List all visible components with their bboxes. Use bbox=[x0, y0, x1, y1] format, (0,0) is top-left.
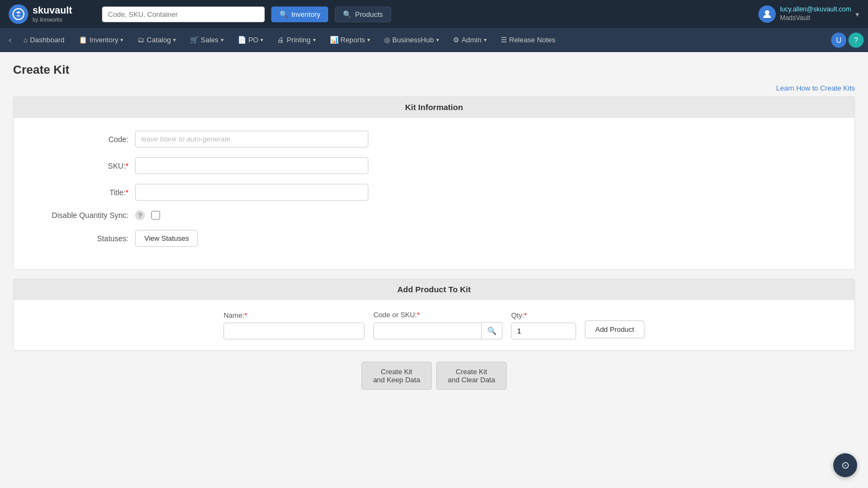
add-product-body: Name:* Code or SKU:* 🔍 bbox=[14, 300, 854, 350]
brand-sub: by linnworks bbox=[33, 17, 72, 23]
add-product-header: Add Product To Kit bbox=[14, 279, 854, 300]
logo-area: skuvault by linnworks bbox=[9, 4, 95, 24]
products-topnav-button[interactable]: 🔍 Products bbox=[335, 7, 391, 22]
add-product-panel: Add Product To Kit Name:* Code or SKU:* bbox=[13, 279, 855, 351]
svg-point-0 bbox=[13, 9, 24, 20]
code-sku-required-marker: * bbox=[417, 311, 419, 319]
sales-icon: 🛒 bbox=[190, 36, 199, 44]
code-search-group: 🔍 bbox=[373, 322, 502, 339]
sidebar-item-printing[interactable]: 🖨 Printing ▾ bbox=[271, 31, 322, 48]
inventory-icon: 📋 bbox=[79, 36, 87, 44]
inventory-topnav-button[interactable]: 🔍 Inventory bbox=[271, 7, 328, 22]
add-product-button[interactable]: Add Product bbox=[585, 320, 644, 338]
chevron-down-icon: ▾ bbox=[484, 37, 487, 43]
admin-icon: ⚙ bbox=[453, 36, 459, 44]
brand-name: skuvault bbox=[33, 5, 72, 17]
code-or-sku-input[interactable] bbox=[373, 323, 482, 339]
user-name: MadsVault bbox=[780, 14, 851, 23]
title-input[interactable] bbox=[135, 184, 368, 201]
disable-qty-sync-label: Disable Quantity Sync: bbox=[31, 211, 129, 220]
view-statuses-button[interactable]: View Statuses bbox=[135, 230, 198, 247]
inventory-search-icon: 🔍 bbox=[279, 10, 288, 18]
disable-qty-sync-help-icon: ? bbox=[135, 210, 145, 220]
disable-qty-sync-checkbox[interactable] bbox=[151, 211, 160, 220]
second-nav: ‹ ⌂ Dashboard 📋 Inventory ▾ 🗂 Catalog ▾ … bbox=[0, 28, 868, 52]
sidebar-item-catalog[interactable]: 🗂 Catalog ▾ bbox=[131, 31, 182, 48]
sidebar-item-businesshub[interactable]: ◎ BusinessHub ▾ bbox=[378, 31, 445, 48]
page-title: Create Kit bbox=[13, 63, 855, 77]
statuses-row: Statuses: View Statuses bbox=[31, 230, 837, 247]
help-button[interactable]: ? bbox=[848, 33, 864, 48]
qty-required-marker: * bbox=[524, 311, 527, 319]
name-field-label: Name:* bbox=[224, 311, 365, 319]
reports-icon: 📊 bbox=[330, 36, 339, 44]
sidebar-item-admin[interactable]: ⚙ Admin ▾ bbox=[446, 31, 493, 48]
sku-input[interactable] bbox=[135, 157, 368, 174]
sidebar-item-reports[interactable]: 📊 Reports ▾ bbox=[323, 31, 377, 48]
create-kit-keep-button[interactable]: Create Kit and Keep Data bbox=[361, 362, 432, 390]
qty-field-group: Qty:* bbox=[511, 311, 576, 339]
user-dropdown-arrow[interactable]: ▾ bbox=[856, 10, 859, 18]
notification-button[interactable]: U bbox=[831, 33, 846, 48]
chevron-down-icon: ▾ bbox=[313, 37, 316, 43]
notification-icon: U bbox=[836, 36, 841, 44]
top-bar: skuvault by linnworks 🔍 Inventory 🔍 Prod… bbox=[0, 0, 868, 28]
sidebar-item-po[interactable]: 📄 PO ▾ bbox=[231, 31, 270, 48]
sidebar-item-dashboard[interactable]: ⌂ Dashboard bbox=[17, 31, 71, 48]
qty-field-label: Qty:* bbox=[511, 311, 576, 319]
user-info: lucy.allen@skuvault.com MadsVault bbox=[780, 5, 851, 22]
sidebar-item-release-notes[interactable]: ☰ Release Notes bbox=[494, 31, 562, 48]
businesshub-icon: ◎ bbox=[384, 36, 390, 44]
printing-icon: 🖨 bbox=[277, 36, 284, 44]
chevron-down-icon: ▾ bbox=[367, 37, 370, 43]
kit-information-panel: Kit Information Code: SKU:* Title:* bbox=[13, 97, 855, 270]
user-area: lucy.allen@skuvault.com MadsVault ▾ bbox=[758, 5, 859, 23]
sku-field-row: SKU:* bbox=[31, 157, 837, 174]
kit-information-header: Kit Information bbox=[14, 97, 854, 118]
learn-link-container: Learn How to Create Kits bbox=[13, 84, 855, 92]
title-field-row: Title:* bbox=[31, 184, 837, 201]
sidebar-item-inventory[interactable]: 📋 Inventory ▾ bbox=[72, 31, 130, 48]
footer-buttons: Create Kit and Keep Data Create Kit and … bbox=[13, 362, 855, 390]
code-sku-field-group: Code or SKU:* 🔍 bbox=[373, 311, 502, 339]
chevron-down-icon: ▾ bbox=[173, 37, 176, 43]
release-notes-icon: ☰ bbox=[501, 36, 507, 44]
catalog-icon: 🗂 bbox=[137, 36, 144, 44]
chevron-down-icon: ▾ bbox=[120, 37, 123, 43]
home-icon: ⌂ bbox=[23, 36, 28, 44]
icon-buttons: U ? bbox=[831, 33, 864, 48]
chevron-down-icon: ▾ bbox=[260, 37, 263, 43]
product-name-input[interactable] bbox=[224, 323, 365, 339]
learn-how-link[interactable]: Learn How to Create Kits bbox=[776, 84, 855, 92]
qty-input[interactable] bbox=[511, 323, 576, 339]
code-search-button[interactable]: 🔍 bbox=[482, 322, 502, 339]
add-product-row: Name:* Code or SKU:* 🔍 bbox=[31, 311, 837, 339]
statuses-label: Statuses: bbox=[31, 234, 129, 243]
sku-label: SKU:* bbox=[31, 162, 129, 170]
disable-qty-sync-row: Disable Quantity Sync: ? bbox=[31, 210, 837, 220]
user-email: lucy.allen@skuvault.com bbox=[780, 5, 851, 14]
sidebar-item-sales[interactable]: 🛒 Sales ▾ bbox=[183, 31, 230, 48]
logo-text: skuvault by linnworks bbox=[33, 5, 72, 23]
code-input[interactable] bbox=[135, 131, 368, 147]
search-icon: 🔍 bbox=[487, 326, 496, 335]
title-label: Title:* bbox=[31, 188, 129, 197]
kit-information-body: Code: SKU:* Title:* Disable Quantity Syn… bbox=[14, 118, 854, 269]
name-required-marker: * bbox=[245, 311, 247, 319]
help-icon: ? bbox=[854, 36, 858, 44]
products-search-icon: 🔍 bbox=[343, 10, 352, 18]
back-button[interactable]: ‹ bbox=[4, 33, 16, 47]
avatar bbox=[758, 5, 776, 23]
svg-point-1 bbox=[765, 10, 769, 15]
chevron-down-icon: ▾ bbox=[436, 37, 439, 43]
po-icon: 📄 bbox=[238, 36, 246, 44]
sku-required-marker: * bbox=[126, 162, 129, 170]
code-label: Code: bbox=[31, 135, 129, 144]
global-search-input[interactable] bbox=[102, 7, 265, 22]
back-arrow-icon: ‹ bbox=[9, 35, 11, 45]
code-sku-field-label: Code or SKU:* bbox=[373, 311, 502, 319]
logo-icon bbox=[9, 4, 28, 24]
create-kit-clear-button[interactable]: Create Kit and Clear Data bbox=[436, 362, 507, 390]
name-field-group: Name:* bbox=[224, 311, 365, 339]
chevron-down-icon: ▾ bbox=[221, 37, 224, 43]
